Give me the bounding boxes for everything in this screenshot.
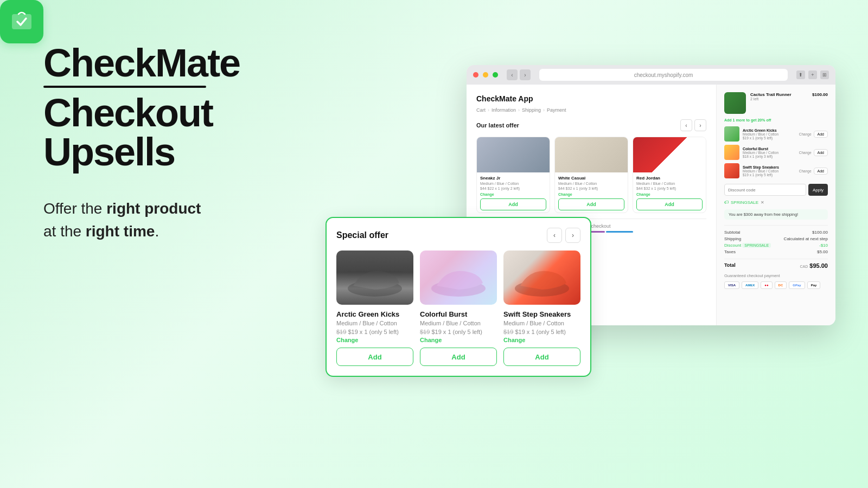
offer-product-name-swift: Swift Step Sneakers xyxy=(503,310,580,318)
discount-icon: 🏷 xyxy=(724,200,729,205)
payment-gpay: GPay xyxy=(789,281,805,289)
product-name-jordan: Red Jordan xyxy=(636,176,703,181)
shipping-notice: You are $300 away from free shipping! xyxy=(724,209,828,220)
offer-prev-btn[interactable]: ‹ xyxy=(680,119,692,131)
product-card-jordan: Red Jordan Medium / Blue / Cotton $44 $3… xyxy=(633,137,706,213)
offer-product-img-colorful xyxy=(420,251,497,305)
offer-product-variant-arctic: Medium / Blue / Cotton xyxy=(336,320,413,326)
cart-upsell-actions-arctic: Change Add xyxy=(799,131,828,138)
offer-product-change-swift[interactable]: Change xyxy=(503,337,580,343)
browser-dot-yellow[interactable] xyxy=(483,72,488,78)
change-link-colorful[interactable]: Change xyxy=(799,151,812,155)
breadcrumb-sep3: › xyxy=(543,107,545,113)
change-link-arctic[interactable]: Change xyxy=(799,132,812,136)
browser-tabs-btn[interactable]: ⊞ xyxy=(820,70,829,79)
product-change-white[interactable]: Change xyxy=(558,192,624,196)
product-name-sneakz: Sneakz Jr xyxy=(480,176,546,181)
title-underline xyxy=(43,86,206,88)
add-btn-jordan[interactable]: Add xyxy=(636,198,703,210)
product-variant-jordan: Medium / Blue / Cotton xyxy=(636,182,703,185)
cart-upsell-item-colorful: Colorful Burst Medium / Blue / Cotton $1… xyxy=(724,145,828,160)
product-price-jordan: $44 $32 x 1 (only 5 left) xyxy=(636,187,703,190)
discount-input[interactable] xyxy=(724,184,806,196)
breadcrumb-cart: Cart xyxy=(476,107,486,113)
subtotal-value: $100.00 xyxy=(812,230,828,235)
change-link-swift[interactable]: Change xyxy=(799,169,812,173)
browser-dot-red[interactable] xyxy=(473,72,478,78)
subtotal-label: Subtotal xyxy=(724,230,740,235)
discount-label: Discount SPRINGSALE xyxy=(724,243,771,248)
product-price-sneakz: $44 $22 x 1 (only 2 left) xyxy=(480,187,546,190)
offer-product-change-arctic[interactable]: Change xyxy=(336,337,413,343)
discount-tag-inline: SPRINGSALE xyxy=(742,243,771,248)
special-offer-next-btn[interactable]: › xyxy=(565,228,580,243)
special-offer-header: Special offer ‹ › xyxy=(336,228,580,243)
offer-add-btn-arctic[interactable]: Add xyxy=(336,348,413,366)
offer-add-btn-swift[interactable]: Add xyxy=(503,348,580,366)
special-offer-nav: ‹ › xyxy=(547,228,580,243)
total-price: CAD $95.00 xyxy=(800,262,828,269)
cart-upsell-variant-swift: Medium / Blue / Cotton xyxy=(743,169,796,173)
offer-nav-buttons: ‹ › xyxy=(680,119,706,131)
payment-amex: AMEX xyxy=(742,281,758,289)
summary-discount: Discount SPRINGSALE -$10 xyxy=(724,243,828,248)
discount-tag-close[interactable]: ✕ xyxy=(761,200,764,205)
product-img-sneakz xyxy=(477,137,550,172)
cart-item-featured: Cactus Trail Runner 2 left $100.00 xyxy=(724,92,828,114)
cart-upsell-name-arctic: Arctic Green Kicks xyxy=(743,129,796,132)
product-change-jordan[interactable]: Change xyxy=(636,192,703,196)
offer-product-change-colorful[interactable]: Change xyxy=(420,337,497,343)
breadcrumb-info: Information xyxy=(492,107,516,113)
taxes-label: Taxes xyxy=(724,249,736,254)
browser-actions: ⬆ + ⊞ xyxy=(796,70,829,79)
breadcrumb-shipping: Shipping xyxy=(522,107,541,113)
browser-nav: ‹ › xyxy=(507,69,531,80)
cart-upsell-info-arctic: Arctic Green Kicks Medium / Blue / Cotto… xyxy=(743,129,796,140)
add-small-btn-arctic[interactable]: Add xyxy=(814,131,828,138)
summary-total: Total CAD $95.00 xyxy=(724,259,828,269)
browser-forward-btn[interactable]: › xyxy=(520,69,531,80)
special-offer-card: Special offer ‹ › Arctic Green Kicks Med… xyxy=(326,217,591,377)
offer-product-variant-colorful: Medium / Blue / Cotton xyxy=(420,320,497,326)
browser-add-btn[interactable]: + xyxy=(808,70,817,79)
cart-item-info-cactus: Cactus Trail Runner 2 left xyxy=(750,92,808,101)
offer-next-btn[interactable]: › xyxy=(694,119,706,131)
svg-rect-0 xyxy=(12,14,31,29)
product-info-jordan: Red Jordan Medium / Blue / Cotton $44 $3… xyxy=(633,172,706,213)
add-small-btn-swift[interactable]: Add xyxy=(814,168,828,175)
upsell-banner[interactable]: Add 1 more to get 20% off xyxy=(724,118,828,122)
cart-item-price-cactus: $100.00 xyxy=(812,92,828,97)
offer-product-price-swift: $19 $19 x 1 (only 5 left) xyxy=(503,329,580,335)
left-panel: CheckMate Checkout Upsells Offer the rig… xyxy=(43,43,326,243)
cart-img-cactus xyxy=(724,92,746,114)
browser-url-bar[interactable]: checkout.myshopify.com xyxy=(539,69,788,81)
summary-taxes: Taxes $5.00 xyxy=(724,249,828,254)
offer-add-btn-colorful[interactable]: Add xyxy=(420,348,497,366)
add-btn-sneakz[interactable]: Add xyxy=(480,198,546,210)
product-card-white: White Casual Medium / Blue / Cotton $44 … xyxy=(554,137,628,213)
tagline-part2: at the xyxy=(43,223,81,240)
browser-share-btn[interactable]: ⬆ xyxy=(796,70,805,79)
add-small-btn-colorful[interactable]: Add xyxy=(814,149,828,156)
cart-upsell-price-swift: $19 x 1 (only 5 left) xyxy=(743,173,796,177)
product-change-sneakz[interactable]: Change xyxy=(480,192,546,196)
browser-dot-green[interactable] xyxy=(493,72,498,78)
breadcrumb-payment: Payment xyxy=(547,107,566,113)
browser-back-btn[interactable]: ‹ xyxy=(507,69,518,80)
special-offer-products: Arctic Green Kicks Medium / Blue / Cotto… xyxy=(336,251,580,366)
apply-discount-btn[interactable]: Apply xyxy=(808,184,828,196)
cart-upsell-img-arctic xyxy=(724,126,739,142)
offer-product-swift: Swift Step Sneakers Medium / Blue / Cott… xyxy=(503,251,580,366)
payment-mc: ●● xyxy=(761,281,772,289)
taxes-value: $5.00 xyxy=(817,249,828,254)
total-label: Total xyxy=(724,262,736,269)
add-btn-white[interactable]: Add xyxy=(558,198,624,210)
product-card-sneakz: Sneakz Jr Medium / Blue / Cotton $44 $22… xyxy=(476,137,550,213)
special-offer-prev-btn[interactable]: ‹ xyxy=(547,228,562,243)
offer-product-colorful: Colorful Burst Medium / Blue / Cotton $1… xyxy=(420,251,497,366)
offer-label: Our latest offer xyxy=(476,122,519,129)
cart-upsell-item-arctic: Arctic Green Kicks Medium / Blue / Cotto… xyxy=(724,126,828,142)
cart-upsell-actions-colorful: Change Add xyxy=(799,149,828,156)
discount-tag-value: SPRINGSALE xyxy=(731,200,758,205)
tagline-bold1: right product xyxy=(106,200,201,217)
